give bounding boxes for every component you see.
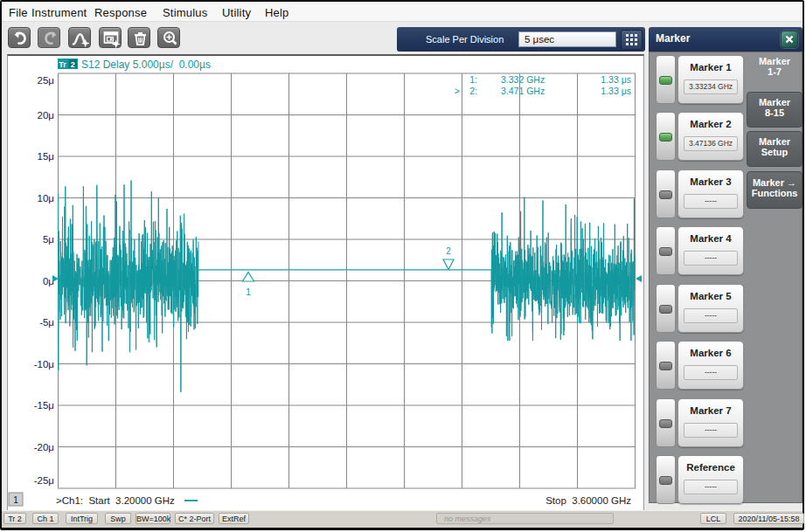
svg-text:3.471 GHz: 3.471 GHz bbox=[501, 86, 545, 96]
svg-text:25μ: 25μ bbox=[38, 75, 54, 86]
svg-text:Tr: Tr bbox=[59, 60, 66, 69]
svg-text:-25μ: -25μ bbox=[34, 475, 54, 486]
svg-text:1: 1 bbox=[246, 287, 251, 297]
svg-text:2: 2 bbox=[71, 60, 75, 69]
svg-text:1.33 μs: 1.33 μs bbox=[601, 86, 631, 96]
svg-text:Stop 3.60000 GHz: Stop 3.60000 GHz bbox=[545, 495, 631, 506]
svg-text:>Ch1: Start 3.20000 GHz: >Ch1: Start 3.20000 GHz bbox=[56, 495, 175, 506]
svg-text:3.332 GHz: 3.332 GHz bbox=[501, 74, 545, 85]
svg-text:S12 Delay 5.000µs/ 0.00µs: S12 Delay 5.000µs/ 0.00µs bbox=[81, 59, 211, 71]
svg-text:-10μ: -10μ bbox=[34, 359, 54, 370]
svg-text:2: 2 bbox=[446, 246, 451, 256]
svg-text:-5μ: -5μ bbox=[39, 317, 54, 328]
svg-text:-15μ: -15μ bbox=[34, 400, 54, 411]
svg-text:20μ: 20μ bbox=[38, 110, 54, 121]
svg-text:1.33 μs: 1.33 μs bbox=[601, 74, 631, 85]
svg-text:5μ: 5μ bbox=[43, 234, 54, 245]
svg-text:>: > bbox=[455, 86, 460, 96]
svg-text:1:: 1: bbox=[469, 74, 477, 85]
svg-text:15μ: 15μ bbox=[38, 151, 54, 162]
svg-text:1: 1 bbox=[13, 495, 18, 505]
svg-text:2:: 2: bbox=[469, 86, 477, 96]
svg-text:10μ: 10μ bbox=[38, 193, 54, 204]
svg-text:-20μ: -20μ bbox=[34, 442, 54, 453]
